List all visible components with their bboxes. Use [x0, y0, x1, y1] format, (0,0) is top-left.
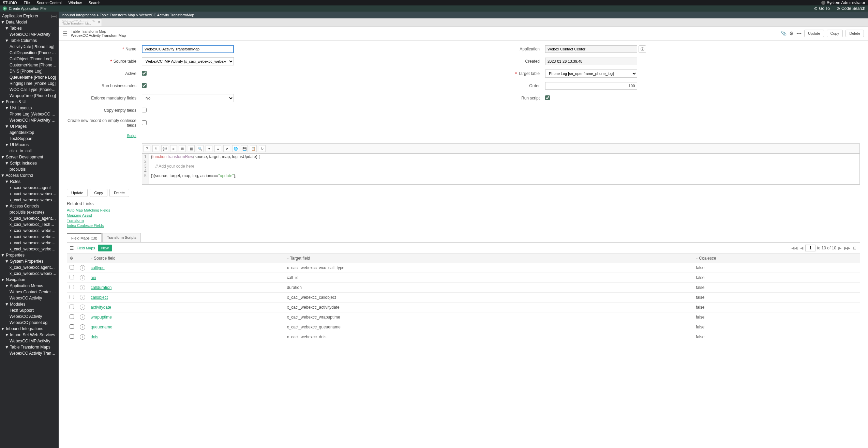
first-page-icon[interactable]: ◀◀ — [791, 246, 798, 250]
tree-item[interactable]: TechSupport — [0, 136, 59, 142]
row-checkbox[interactable] — [70, 305, 74, 309]
source-field-link[interactable]: activitydate — [91, 305, 111, 310]
col-source-field[interactable]: ≡Source field — [88, 254, 284, 263]
page-input[interactable] — [805, 245, 815, 251]
tree-item[interactable]: x_caci_webexcc.webexccactivitytable — [0, 271, 59, 277]
menu-window[interactable]: Window — [69, 1, 82, 5]
source-field-link[interactable]: queuename — [91, 325, 112, 329]
tree-item[interactable]: x_caci_webexcc_agentdesktop (read) — [0, 215, 59, 221]
info-icon[interactable]: i — [80, 305, 85, 310]
tree-item[interactable]: agentdesktop — [0, 129, 59, 136]
copy-button-bottom[interactable]: Copy — [90, 189, 107, 197]
tree-item[interactable]: x_caci_webexcc_webexcc_imp_activity (d — [0, 234, 59, 240]
tree-item[interactable]: CallObject [Phone Log] — [0, 56, 59, 62]
info-icon[interactable]: i — [80, 275, 85, 280]
related-link[interactable]: Index Coalesce Fields — [67, 223, 860, 228]
refresh-icon[interactable]: ↻ — [259, 145, 266, 152]
tree-item[interactable]: ▼ Inbound Integrations — [0, 326, 59, 332]
tree-item[interactable]: ▼ List Layouts — [0, 105, 59, 111]
tree-item[interactable]: ▼ Data Model — [0, 19, 59, 25]
delete-button[interactable]: Delete — [845, 30, 864, 37]
more-icon[interactable]: ••• — [796, 31, 802, 36]
down-icon[interactable]: ▾ — [206, 145, 212, 152]
tree-item[interactable]: Webex Contact Center for SNOW — [0, 289, 59, 295]
tree-item[interactable]: ▼ Access Controls — [0, 203, 59, 209]
goto-link[interactable]: ⊙ Go To — [814, 6, 830, 11]
tree-item[interactable]: Tech Support — [0, 307, 59, 313]
collapse-list-icon[interactable]: ⊟ — [852, 246, 857, 250]
update-button-bottom[interactable]: Update — [67, 189, 88, 197]
menu-source-control[interactable]: Source Control — [36, 1, 61, 5]
copy-button[interactable]: Copy — [827, 30, 843, 37]
create-coalesce-checkbox[interactable] — [142, 120, 147, 125]
info-icon[interactable]: i — [80, 265, 85, 271]
row-checkbox[interactable] — [70, 265, 74, 269]
tree-item[interactable]: click_to_call — [0, 148, 59, 154]
script-link[interactable]: Script — [127, 134, 136, 138]
tree-item[interactable]: propUtils — [0, 166, 59, 172]
tree-item[interactable]: WebexCC IMP Activity — [0, 31, 59, 37]
popup-icon[interactable]: ⬈ — [223, 145, 230, 152]
prev-page-icon[interactable]: ◀ — [799, 246, 804, 250]
tree-item[interactable]: WebexCC Activity TransformMap — [0, 350, 59, 356]
source-table-select[interactable]: WebexCC IMP Activity [x_caci_webexcc_web… — [142, 57, 234, 65]
related-link[interactable]: Auto Map Matching Fields — [67, 208, 860, 212]
application-info-icon[interactable]: ⓘ — [639, 45, 646, 53]
tree-item[interactable]: propUtils (execute) — [0, 209, 59, 215]
plus-icon[interactable]: + — [3, 6, 7, 11]
tree-item[interactable]: CustomerName [Phone Log] — [0, 62, 59, 68]
tree-item[interactable]: RingingTime [Phone Log] — [0, 80, 59, 87]
code-search-link[interactable]: ⊙ Code Search — [837, 6, 865, 11]
tree-item[interactable]: ▼ Table Transform Maps — [0, 344, 59, 350]
tree-item[interactable]: ▼ Script Includes — [0, 160, 59, 166]
row-checkbox[interactable] — [70, 334, 74, 339]
tree-icon[interactable]: ⊞ — [179, 145, 186, 152]
list-title[interactable]: Field Maps — [77, 246, 95, 250]
run-rules-checkbox[interactable] — [142, 83, 147, 88]
row-checkbox[interactable] — [70, 324, 74, 329]
info-icon[interactable]: i — [80, 295, 85, 300]
indent-icon[interactable]: ≡ — [170, 145, 177, 152]
last-page-icon[interactable]: ▶▶ — [843, 246, 851, 250]
tree-item[interactable]: WebexCC phoneLog — [0, 320, 59, 326]
col-target-field[interactable]: ≡Target field — [284, 254, 693, 263]
enforce-select[interactable]: No — [142, 94, 234, 102]
tree-item[interactable]: QueueName [Phone Log] — [0, 74, 59, 80]
tree-item[interactable]: WebexCC Activity — [0, 313, 59, 320]
row-checkbox[interactable] — [70, 285, 74, 289]
source-field-link[interactable]: ani — [91, 275, 96, 280]
info-icon[interactable]: i — [80, 324, 85, 330]
tree-item[interactable]: ▼ Import Set Web Services — [0, 332, 59, 338]
source-field-link[interactable]: callobject — [91, 295, 108, 300]
tree-item[interactable]: ▼ Access Control — [0, 172, 59, 179]
next-page-icon[interactable]: ▶ — [838, 246, 842, 250]
order-input[interactable] — [545, 82, 637, 90]
tree-item[interactable]: x_caci_webexcc.agentdesktop_url — [0, 264, 59, 271]
tab-transform-map[interactable]: WebexCC Activity Tr... Table Transform M… — [59, 18, 102, 26]
row-checkbox[interactable] — [70, 314, 74, 319]
grid-icon[interactable]: ▦ — [188, 145, 195, 152]
source-field-link[interactable]: wrapuptime — [91, 315, 112, 320]
comment-icon[interactable]: 💬 — [161, 145, 168, 152]
tree-item[interactable]: ▼ System Properties — [0, 258, 59, 264]
help-icon[interactable]: ? — [144, 145, 150, 152]
tree-item[interactable]: ▼ UI Pages — [0, 123, 59, 129]
tree-item[interactable]: x_caci_webexcc_webexcc_imp_activity (w — [0, 246, 59, 252]
user-avatar-icon[interactable] — [821, 1, 825, 5]
tree-item[interactable]: ▼ Server Development — [0, 154, 59, 160]
source-field-link[interactable]: dnis — [91, 335, 98, 339]
info-icon[interactable]: i — [80, 334, 85, 340]
tree-item[interactable]: Phone Log [WebexCC Phone Log] — [0, 111, 59, 117]
tree-item[interactable]: WrapupTime [Phone Log] — [0, 93, 59, 99]
tree-item[interactable]: ▼ Navigation — [0, 277, 59, 283]
tree-item[interactable]: ▼ Roles — [0, 179, 59, 185]
tree-item[interactable]: ▼ Table Columns — [0, 37, 59, 44]
tree-item[interactable]: ▼ Tables — [0, 25, 59, 31]
tree-item[interactable]: WebexCC IMP Activity — [0, 338, 59, 344]
tree-item[interactable]: x_caci_webexcc.webexcc_imp_activity_us — [0, 191, 59, 197]
tree-item[interactable]: ▼ UI Macros — [0, 142, 59, 148]
create-app-file-link[interactable]: Create Application File — [9, 6, 46, 11]
tree-item[interactable]: ▼ Forms & UI — [0, 99, 59, 105]
settings-icon[interactable]: ⚙ — [789, 31, 794, 36]
tree-item[interactable]: WebexCC IMP Activity [Default view] — [0, 117, 59, 123]
